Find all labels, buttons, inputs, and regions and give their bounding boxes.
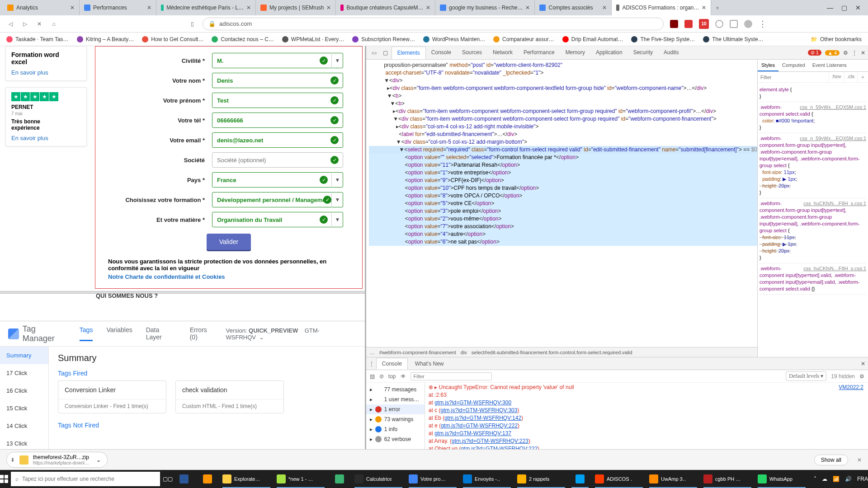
close-icon[interactable]: ✕	[70, 5, 75, 11]
input-tel[interactable]	[212, 113, 343, 128]
download-item[interactable]: ⬇ themeforest-3ZuR…zip https://marketpla…	[6, 452, 108, 468]
browser-tab[interactable]: ADISCOS Formations : organ…✕	[612, 0, 711, 15]
bookmark-item[interactable]: Contactez nous – C…	[212, 36, 274, 42]
console-filter-item[interactable]: ▸1 error	[366, 404, 425, 414]
ext-icon[interactable]	[684, 20, 693, 28]
review-link[interactable]: En savoir plus	[11, 135, 81, 141]
tray-cloud-icon[interactable]: ☁	[822, 476, 827, 482]
close-icon[interactable]: ✕	[702, 5, 706, 11]
browser-tab[interactable]: Performances✕	[80, 0, 156, 15]
css-rule[interactable]: css_n_59yWx…EQX5M.css:1.webform-componen…	[760, 102, 866, 133]
close-icon[interactable]: ✕	[861, 361, 865, 367]
chevron-down-icon[interactable]: ⌄	[259, 334, 264, 341]
bookmark-item[interactable]: The Five-Step Syste…	[631, 36, 695, 42]
devtools-tab[interactable]: Network	[487, 47, 518, 59]
add-rule-icon[interactable]: ＋	[857, 72, 868, 82]
chevron-down-icon[interactable]: ▼	[331, 212, 343, 227]
other-bookmarks[interactable]: 📁Other bookmarks	[811, 36, 862, 42]
warning-count-badge[interactable]: ▲ 4	[825, 50, 840, 56]
log-level-selector[interactable]: Default levels ▾	[786, 371, 826, 381]
taskbar-item[interactable]: *new 1 - …	[274, 470, 327, 488]
taskbar-item[interactable]: Explorate…	[220, 470, 273, 488]
chevron-down-icon[interactable]: ▼	[331, 172, 343, 188]
gtm-event-item[interactable]: 17 Click	[0, 364, 48, 382]
close-icon[interactable]: ✕	[326, 5, 331, 11]
context-selector[interactable]: top	[388, 373, 396, 380]
taskbar-item[interactable]	[569, 470, 591, 488]
source-link[interactable]: VM2022:2	[839, 384, 863, 391]
styles-subtab[interactable]: Event Listeners	[809, 60, 850, 71]
chevron-down-icon[interactable]: ▼	[331, 53, 343, 68]
promo-link[interactable]: En savoir plus	[11, 69, 81, 76]
gtm-event-item[interactable]: 14 Click	[0, 417, 48, 435]
drawer-menu-icon[interactable]: ⋮	[369, 361, 374, 367]
address-bar[interactable]: 🔒 adiscos.com	[203, 18, 664, 30]
breadcrumb-segment[interactable]: #webform-component-financement	[379, 350, 456, 355]
styles-subtab[interactable]: Styles	[758, 60, 778, 71]
close-icon[interactable]: ✕	[147, 5, 151, 11]
settings-icon[interactable]: ⚙	[859, 373, 864, 380]
back-icon[interactable]: ◁	[6, 20, 14, 28]
tray-lang[interactable]: FRA	[857, 476, 868, 482]
taskbar-item[interactable]: Votre pro…	[406, 470, 459, 488]
browser-tab[interactable]: Médecine esthétique Paris - L…✕	[156, 0, 256, 15]
breadcrumb-segment[interactable]: select#edit-submitted-financement.form-c…	[472, 350, 632, 355]
console-filter-input[interactable]	[410, 372, 492, 380]
taskbar-item[interactable]: Envoyés -…	[460, 470, 514, 488]
bookmark-item[interactable]: Kitring – A Beauty…	[77, 36, 134, 42]
bookmark-item[interactable]: Drip Email Automat…	[562, 36, 623, 42]
device-icon[interactable]: ▢	[380, 50, 391, 56]
breadcrumb-segment[interactable]: div	[461, 350, 467, 355]
gtm-tab[interactable]: Data Layer	[146, 326, 176, 341]
devtools-tab[interactable]: Elements	[392, 47, 426, 59]
tray-wifi-icon[interactable]: 📶	[833, 476, 840, 482]
ext-badge[interactable]: 10	[699, 19, 709, 29]
browser-tab[interactable]: Comptes associés✕	[535, 0, 612, 15]
cls-toggle[interactable]: .cls	[844, 72, 858, 82]
browser-tab[interactable]: Analytics✕	[3, 0, 80, 15]
bookmark-item[interactable]: Subscription Renew…	[352, 36, 415, 42]
dom-tree[interactable]: proposition-personnalisee" method="post"…	[366, 60, 757, 347]
close-icon[interactable]: ✕	[855, 4, 861, 11]
close-icon[interactable]: ✕	[246, 5, 251, 11]
taskbar-item[interactable]: Calculatrice	[352, 470, 405, 488]
console-filter-item[interactable]: ▸73 warnings	[366, 414, 425, 424]
devtools-tab[interactable]: Sources	[457, 47, 487, 59]
close-icon[interactable]: ✕	[857, 457, 862, 463]
devtools-tab[interactable]: Performance	[518, 47, 560, 59]
taskbar-item[interactable]: WhatsApp	[755, 470, 808, 488]
bookmark-item[interactable]: Comparateur assur…	[493, 36, 554, 42]
eye-icon[interactable]: 👁	[401, 373, 406, 380]
error-count-badge[interactable]: ⊘ 1	[808, 50, 821, 56]
taskbar-item[interactable]: ADISCOS …	[592, 470, 646, 488]
ublock-icon[interactable]	[670, 20, 678, 28]
input-nom[interactable]	[212, 73, 343, 88]
close-icon[interactable]: ✕	[602, 5, 607, 11]
taskbar-item[interactable]: cgbb PH …	[701, 470, 754, 488]
gtm-event-item[interactable]: 15 Click	[0, 399, 48, 417]
gtm-event-item[interactable]: 16 Click	[0, 382, 48, 399]
task-view-icon[interactable]: ▢▢	[163, 470, 173, 488]
browser-tab[interactable]: google my business - Reche…✕	[435, 0, 535, 15]
taskbar-item[interactable]	[328, 470, 351, 488]
tray-chevron-icon[interactable]: ˄	[814, 476, 816, 482]
chevron-down-icon[interactable]: ⌄	[96, 457, 101, 463]
gtm-event-item[interactable]: Summary	[0, 347, 48, 364]
close-icon[interactable]: ✕	[861, 50, 865, 56]
styles-subtab[interactable]: Computed	[778, 60, 809, 71]
start-button[interactable]	[0, 470, 8, 488]
tag-card[interactable]: Conversion LinkerConversion Linker - Fir…	[58, 380, 166, 413]
ext-icon-2[interactable]	[715, 20, 723, 28]
bookmark-item[interactable]: How to Get Consult…	[142, 36, 203, 42]
show-all-downloads-button[interactable]: Show all	[814, 455, 848, 465]
forward-icon[interactable]: ▷	[21, 20, 29, 28]
tab-console[interactable]: Console	[376, 358, 408, 370]
bookmark-item[interactable]: The Ultimate Syste…	[703, 36, 763, 42]
privacy-charter-link[interactable]: Notre Charte de confidentialité et Cooki…	[108, 273, 225, 280]
breadcrumb[interactable]: …#webform-component-financementdivselect…	[366, 347, 757, 357]
bookmark-item[interactable]: WordPress Mainten…	[423, 36, 485, 42]
breadcrumb-segment[interactable]: …	[370, 350, 375, 355]
css-rule[interactable]: css_n_59yWx…EQX5M.css:1.webform-componen…	[760, 133, 866, 198]
sidebar-toggle-icon[interactable]: ▤	[370, 373, 375, 380]
taskbar-item[interactable]	[173, 470, 195, 488]
